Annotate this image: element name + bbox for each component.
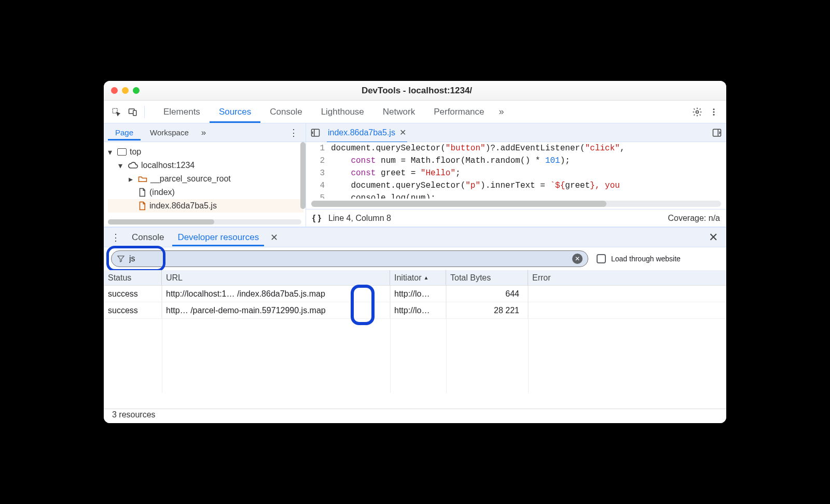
tab-network[interactable]: Network — [374, 102, 424, 122]
close-window-button[interactable] — [111, 87, 118, 94]
cell-bytes: 644 — [446, 286, 528, 302]
resources-grid: Status URL Initiator▲ Total Bytes Error … — [104, 270, 726, 409]
tab-lighthouse[interactable]: Lighthouse — [312, 102, 374, 122]
filter-icon — [117, 255, 125, 263]
tree-item-index[interactable]: (index) — [108, 186, 303, 199]
editor-panel: index.86da7ba5.js ✕ 1document.querySelec… — [306, 123, 726, 227]
code-hscrollbar[interactable] — [311, 201, 721, 207]
tree-label: (index) — [149, 188, 175, 197]
filter-row: ✕ Load through website — [104, 247, 726, 270]
toggle-debugger-icon[interactable] — [712, 128, 722, 138]
cell-initiator: http://lo… — [390, 286, 446, 302]
cell-status: success — [104, 286, 162, 302]
tab-performance[interactable]: Performance — [424, 102, 493, 122]
inspect-element-icon[interactable] — [109, 105, 123, 119]
coverage-label: Coverage: n/a — [668, 214, 720, 223]
file-tab-active[interactable]: index.86da7ba5.js ✕ — [327, 125, 407, 139]
drawer-tab-devresources[interactable]: Developer resources — [172, 229, 264, 246]
navigator-tabs: Page Workspace » ⋮ — [104, 123, 306, 142]
cell-status: success — [104, 302, 162, 318]
cell-error — [528, 286, 726, 302]
devtools-window: DevTools - localhost:1234/ Elements Sour… — [104, 81, 726, 423]
nav-more-tabs-icon[interactable]: » — [198, 128, 209, 138]
tab-elements[interactable]: Elements — [154, 102, 210, 122]
titlebar: DevTools - localhost:1234/ — [104, 81, 726, 101]
svg-point-5 — [713, 111, 715, 113]
col-error[interactable]: Error — [528, 270, 726, 285]
cell-error — [528, 302, 726, 318]
col-initiator[interactable]: Initiator▲ — [390, 270, 446, 285]
resource-count: 3 resources — [112, 410, 156, 419]
sort-asc-icon: ▲ — [423, 275, 428, 281]
drawer-panel: ⋮ Console Developer resources ✕ ✕ ✕ Load… — [104, 227, 726, 423]
file-tab-label: index.86da7ba5.js — [328, 128, 395, 137]
tree-item-top[interactable]: top — [108, 145, 303, 159]
cell-url: http://localhost:1… /index.86da7ba5.js.m… — [162, 286, 390, 302]
checkbox-label: Load through website — [611, 255, 681, 263]
window-title: DevTools - localhost:1234/ — [140, 86, 694, 96]
load-through-checkbox[interactable]: Load through website — [597, 254, 681, 263]
kebab-menu-icon[interactable] — [707, 105, 721, 119]
tree-item-folder[interactable]: __parcel_source_root — [108, 172, 303, 186]
drawer-tabs: ⋮ Console Developer resources ✕ ✕ — [104, 228, 726, 247]
settings-icon[interactable] — [690, 105, 704, 119]
more-tabs-icon[interactable]: » — [494, 106, 509, 117]
grid-header: Status URL Initiator▲ Total Bytes Error — [104, 270, 726, 286]
minimize-window-button[interactable] — [122, 87, 129, 94]
pretty-print-icon[interactable]: { } — [312, 214, 321, 223]
folder-icon — [138, 175, 147, 183]
file-tree[interactable]: top localhost:1234 __parcel_source_root — [104, 142, 306, 218]
tree-vscrollbar[interactable] — [300, 142, 306, 209]
file-icon — [138, 188, 146, 197]
cell-url: http… /parcel-demo-main.59712990.js.map — [162, 302, 390, 318]
tree-label: __parcel_source_root — [150, 174, 231, 184]
toggle-navigator-icon[interactable] — [310, 128, 321, 138]
drawer-tab-console[interactable]: Console — [127, 229, 169, 246]
cell-bytes: 28 221 — [446, 302, 528, 318]
filter-box: ✕ — [111, 250, 588, 267]
tab-sources[interactable]: Sources — [210, 102, 260, 122]
col-total-bytes[interactable]: Total Bytes — [446, 270, 528, 285]
navigator-panel: Page Workspace » ⋮ top localhost:1234 — [104, 123, 306, 227]
traffic-lights — [111, 87, 140, 94]
tab-console[interactable]: Console — [260, 102, 311, 122]
drawer-kebab-icon[interactable]: ⋮ — [108, 232, 123, 243]
tree-label: index.86da7ba5.js — [149, 201, 217, 211]
svg-point-6 — [713, 114, 715, 115]
grid-row[interactable]: success http://localhost:1… /index.86da7… — [104, 286, 726, 302]
editor-tabs: index.86da7ba5.js ✕ — [306, 123, 726, 142]
cloud-icon — [128, 162, 138, 169]
checkbox-icon[interactable] — [597, 254, 606, 263]
col-status[interactable]: Status — [104, 270, 162, 285]
nav-kebab-icon[interactable]: ⋮ — [286, 127, 301, 138]
drawer-footer: 3 resources — [104, 409, 726, 423]
tree-label: localhost:1234 — [141, 161, 195, 170]
toggle-device-icon[interactable] — [126, 105, 140, 119]
filter-input[interactable] — [129, 254, 568, 263]
code-editor[interactable]: 1document.querySelector("button")?.addEv… — [306, 142, 726, 199]
col-url[interactable]: URL — [162, 270, 390, 285]
nav-tab-page[interactable]: Page — [108, 125, 141, 140]
main-toolbar: Elements Sources Console Lighthouse Netw… — [104, 101, 726, 123]
svg-point-4 — [713, 108, 715, 110]
cursor-position: Line 4, Column 8 — [328, 214, 391, 223]
tree-hscrollbar[interactable] — [108, 219, 301, 225]
nav-tab-workspace[interactable]: Workspace — [143, 125, 196, 140]
tree-item-jsfile[interactable]: index.86da7ba5.js — [108, 199, 303, 213]
cell-initiator: http://lo… — [390, 302, 446, 318]
zoom-window-button[interactable] — [133, 87, 140, 94]
frame-icon — [117, 148, 127, 156]
close-drawer-tab-icon[interactable]: ✕ — [267, 232, 281, 243]
tree-label: top — [130, 147, 141, 157]
file-js-icon — [138, 201, 146, 211]
close-drawer-icon[interactable]: ✕ — [704, 231, 722, 244]
tree-item-origin[interactable]: localhost:1234 — [108, 159, 303, 172]
svg-point-3 — [696, 110, 699, 113]
svg-rect-2 — [133, 110, 136, 116]
clear-filter-icon[interactable]: ✕ — [572, 254, 583, 264]
editor-statusbar: { } Line 4, Column 8 Coverage: n/a — [306, 209, 726, 227]
grid-row[interactable]: success http… /parcel-demo-main.59712990… — [104, 302, 726, 319]
close-file-tab-icon[interactable]: ✕ — [399, 128, 406, 137]
